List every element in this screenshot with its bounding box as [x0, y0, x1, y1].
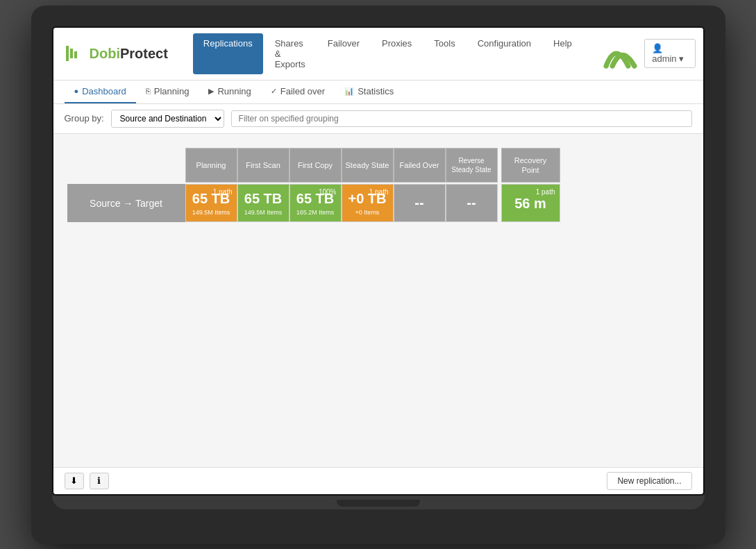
planning-icon: ⎘	[146, 87, 151, 95]
nav-tab-shares[interactable]: Shares & Exports	[264, 33, 316, 74]
toolbar: Group by: Source and Destination	[53, 104, 703, 134]
cell-firstcopy-top: 100%	[319, 188, 337, 196]
nav-tab-replications[interactable]: Replications	[193, 33, 263, 74]
filter-input[interactable]	[231, 110, 692, 127]
svg-rect-0	[66, 46, 69, 61]
nav-tab-tools[interactable]: Tools	[423, 33, 465, 74]
cell-recoverypoint[interactable]: 1 path 56 m	[501, 184, 560, 222]
subnav-dashboard[interactable]: ● Dashboard	[65, 81, 136, 103]
cell-firstcopy[interactable]: 100% 65 TB 165.2M Items	[289, 184, 342, 222]
footer-left: ⬇ ℹ	[65, 473, 109, 489]
brand-icon	[594, 36, 637, 71]
cell-firstcopy-sub: 165.2M Items	[296, 209, 335, 216]
nav-tab-help[interactable]: Help	[543, 33, 582, 74]
cell-steadystate[interactable]: 1 path +0 TB +0 Items	[342, 184, 394, 222]
col-header-steadystate: Steady State	[342, 148, 394, 183]
logo: DobiProtect	[65, 43, 168, 64]
table-header-row: Planning First Scan First Copy Steady St…	[185, 148, 689, 183]
col-header-firstcopy: First Copy	[289, 148, 342, 183]
statistics-icon: 📊	[344, 87, 354, 96]
cell-failedover-value: --	[414, 195, 423, 211]
cell-recoverypoint-value: 56 m	[514, 195, 546, 212]
logo-text: DobiProtect	[90, 46, 168, 62]
cell-recoverypoint-top: 1 path	[536, 188, 555, 196]
cell-steadystate-top: 1 path	[369, 188, 389, 196]
running-icon: ▶	[208, 87, 214, 96]
group-by-select[interactable]: Source and Destination	[111, 110, 224, 128]
row-header-source-target: Source → Target	[67, 184, 185, 222]
dashboard-table: Planning First Scan First Copy Steady St…	[67, 148, 689, 223]
nav-tab-failover[interactable]: Failover	[317, 33, 370, 74]
user-menu[interactable]: 👤 admin ▾	[644, 39, 696, 68]
navbar: DobiProtect Replications Shares & Export…	[53, 28, 703, 81]
cell-reversesteady-value: --	[467, 195, 476, 211]
dashboard-icon: ●	[74, 87, 79, 95]
brand-logo-area	[594, 36, 637, 71]
main-content: Planning First Scan First Copy Steady St…	[53, 134, 703, 467]
cell-firstscan[interactable]: 65 TB 149.5M Items	[237, 184, 289, 222]
cell-planning-sub: 149.5M Items	[192, 209, 230, 216]
subnav-planning[interactable]: ⎘ Planning	[136, 81, 199, 103]
subnav-running[interactable]: ▶ Running	[199, 81, 260, 103]
nav-tab-proxies[interactable]: Proxies	[371, 33, 422, 74]
nav-tabs: Replications Shares & Exports Failover P…	[193, 33, 582, 74]
col-header-failedover: Failed Over	[394, 148, 446, 183]
cell-reversesteady[interactable]: --	[446, 184, 498, 222]
col-header-recoverypoint: Recovery Point	[501, 148, 560, 183]
cell-firstscan-sub: 149.5M Items	[244, 209, 283, 216]
group-by-label: Group by:	[65, 113, 104, 124]
cell-steadystate-sub: +0 Items	[355, 209, 380, 216]
nav-tab-configuration[interactable]: Configuration	[467, 33, 541, 74]
svg-rect-1	[70, 49, 73, 58]
logo-icon	[65, 43, 85, 64]
new-replication-button[interactable]: New replication...	[607, 472, 691, 490]
cell-firstscan-value: 65 TB	[244, 190, 282, 207]
cell-planning[interactable]: 1 path 65 TB 149.5M Items	[185, 184, 237, 222]
footer: ⬇ ℹ New replication...	[53, 467, 703, 494]
footer-download-btn[interactable]: ⬇	[65, 473, 84, 489]
subnav-failed-over[interactable]: ✓ Failed over	[261, 81, 335, 103]
svg-rect-2	[74, 51, 77, 58]
col-header-planning: Planning	[185, 148, 237, 183]
table-row: Source → Target 1 path 65 TB 149.5M Item…	[67, 184, 689, 222]
subnav-statistics[interactable]: 📊 Statistics	[335, 81, 403, 103]
col-header-firstscan: First Scan	[237, 148, 289, 183]
sub-nav: ● Dashboard ⎘ Planning ▶ Running ✓ Faile…	[53, 81, 703, 104]
col-header-reversesteady: Reverse Steady State	[446, 148, 498, 183]
cell-failedover[interactable]: --	[394, 184, 446, 222]
cell-planning-top: 1 path	[213, 188, 233, 196]
footer-info-btn[interactable]: ℹ	[90, 473, 109, 489]
failedover-icon: ✓	[271, 87, 277, 96]
